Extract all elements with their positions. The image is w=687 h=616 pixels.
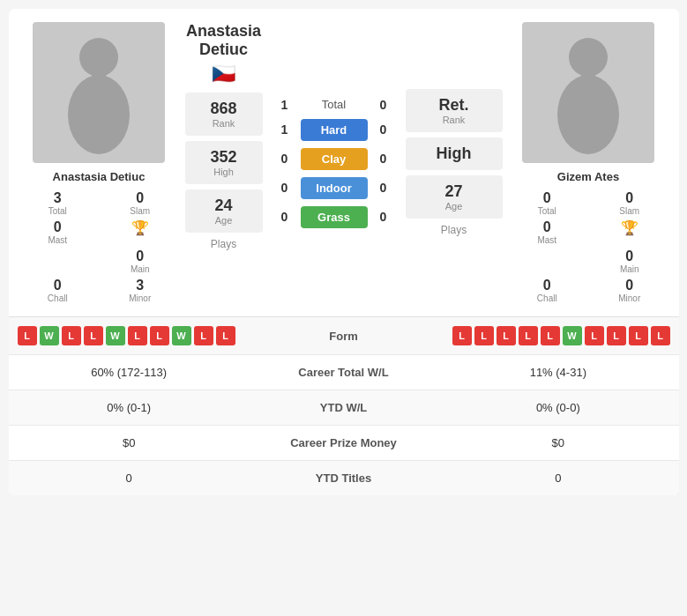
form-badge-l: L — [585, 326, 604, 345]
stats-row-3: 0 YTD Titles 0 — [9, 460, 679, 495]
stats-left-value: 0 — [22, 471, 236, 485]
rank-value: 868 — [198, 100, 250, 118]
right-rank-box: Ret. Rank — [406, 89, 503, 132]
form-badge-l: L — [194, 326, 213, 345]
right-trophy-icon-container: 🏆 — [594, 219, 666, 245]
form-badge-l: L — [128, 326, 147, 345]
form-badge-l: L — [519, 326, 538, 345]
right-center-section: Ret. Rank High 27 Age Plays — [401, 22, 507, 303]
left-mast-stat: 0 Mast — [22, 219, 94, 245]
svg-rect-5 — [581, 75, 595, 88]
form-badge-l: L — [497, 326, 516, 345]
total-right-score: 0 — [375, 98, 392, 112]
middle-section: Anastasia Detiuc 🇨🇿 868 Rank 352 High 24… — [181, 22, 267, 303]
stats-label: YTD W/L — [236, 401, 451, 414]
right-main-stat: 0 Main — [594, 249, 666, 274]
left-chall-stat: 0 Chall — [22, 278, 94, 303]
high-label: High — [198, 167, 250, 177]
main-container: Anastasia Detiuc 3 Total 0 Slam 0 Mast 🏆 — [9, 9, 679, 495]
plays-label-right: Plays — [441, 224, 467, 236]
right-age-label: Age — [419, 201, 489, 212]
stats-left-value: $0 — [22, 436, 236, 449]
age-label: Age — [198, 215, 250, 226]
left-trophy-icon-container: 🏆 — [104, 219, 176, 245]
right-trophy-icon: 🏆 — [621, 219, 638, 236]
stats-row-2: $0 Career Prize Money $0 — [9, 425, 679, 460]
player-left-avatar — [33, 22, 165, 163]
left-slam-stat: 0 Slam — [104, 190, 176, 216]
right-total-stat: 0 Total — [512, 190, 584, 216]
form-badge-l: L — [452, 326, 472, 345]
stats-right-value: 0 — [451, 471, 665, 485]
right-rank-label: Rank — [419, 115, 489, 125]
stats-label: YTD Titles — [236, 471, 451, 485]
form-badge-w: W — [106, 326, 125, 345]
total-left-score: 1 — [276, 98, 294, 112]
right-minor-stat: 0 Minor — [594, 278, 666, 303]
player-left: Anastasia Detiuc 3 Total 0 Slam 0 Mast 🏆 — [18, 22, 181, 303]
right-mast-stat: 0 Mast — [512, 219, 584, 245]
stats-label: Career Total W/L — [236, 366, 451, 379]
clay-right-score: 0 — [375, 152, 392, 166]
right-age-box: 27 Age — [406, 175, 503, 219]
form-badge-l: L — [629, 326, 648, 345]
grass-surface-btn: Grass — [301, 206, 368, 228]
stats-row-0: 60% (172-113) Career Total W/L 11% (4-31… — [9, 354, 679, 390]
form-badge-l: L — [607, 326, 626, 345]
stats-left-value: 60% (172-113) — [22, 366, 236, 379]
stats-rows: 60% (172-113) Career Total W/L 11% (4-31… — [9, 354, 679, 495]
clay-surface-btn: Clay — [301, 148, 368, 170]
hard-left-score: 1 — [276, 122, 294, 137]
right-form-badges: LLLLLWLLLL — [452, 326, 670, 345]
player-left-stats: 3 Total 0 Slam 0 Mast 🏆 0 Main — [18, 190, 181, 303]
hard-surface-btn: Hard — [301, 119, 368, 141]
right-age-value: 27 — [419, 182, 489, 201]
match-rows: 1 Total 0 1 Hard 0 0 Clay 0 0 Indoor 0 — [267, 22, 401, 303]
player-right-name: Gizem Ates — [557, 170, 619, 183]
rank-label: Rank — [198, 118, 250, 129]
stats-label: Career Prize Money — [236, 436, 451, 449]
form-badge-l: L — [216, 326, 235, 345]
form-badge-w: W — [172, 326, 191, 345]
player-section: Anastasia Detiuc 3 Total 0 Slam 0 Mast 🏆 — [9, 9, 679, 316]
form-badge-w: W — [40, 326, 59, 345]
rank-box: 868 Rank — [185, 93, 263, 136]
form-badge-l: L — [150, 326, 169, 345]
player-right-avatar — [522, 22, 654, 163]
form-badge-w: W — [563, 326, 582, 345]
stats-right-value: 11% (4-31) — [451, 366, 665, 379]
clay-left-score: 0 — [276, 152, 294, 166]
age-box: 24 Age — [185, 189, 263, 233]
total-row: 1 Total 0 — [276, 98, 392, 112]
grass-row: 0 Grass 0 — [276, 206, 392, 228]
form-badge-l: L — [18, 326, 37, 345]
right-rank-value: Ret. — [419, 96, 489, 115]
right-high-box: High — [406, 137, 503, 170]
age-value: 24 — [198, 197, 250, 215]
hard-right-score: 0 — [375, 122, 392, 137]
indoor-row: 0 Indoor 0 — [276, 177, 392, 199]
form-badge-l: L — [474, 326, 494, 345]
right-chall-stat: 0 Chall — [512, 278, 584, 303]
grass-left-score: 0 — [276, 210, 294, 224]
left-total-stat: 3 Total — [22, 190, 94, 216]
stats-right-value: $0 — [451, 436, 665, 449]
svg-rect-2 — [92, 75, 106, 88]
form-label: Form — [329, 330, 358, 343]
player-left-name-center: Anastasia Detiuc — [185, 22, 263, 59]
grass-right-score: 0 — [375, 210, 392, 224]
high-box: 352 High — [185, 141, 263, 184]
total-label: Total — [301, 98, 368, 111]
left-main-stat: 0 Main — [104, 249, 176, 274]
indoor-surface-btn: Indoor — [301, 177, 368, 199]
player-left-name: Anastasia Detiuc — [53, 170, 146, 183]
clay-row: 0 Clay 0 — [276, 148, 392, 170]
player-right-stats: 0 Total 0 Slam 0 Mast 🏆 0 Main — [507, 190, 670, 303]
svg-point-3 — [569, 38, 608, 77]
indoor-right-score: 0 — [375, 181, 392, 195]
left-minor-stat: 3 Minor — [104, 278, 176, 303]
form-section: LWLLWLLWLL Form LLLLLWLLLL — [9, 316, 679, 354]
right-high-value: High — [419, 145, 489, 163]
svg-point-0 — [79, 38, 118, 77]
left-form-badges: LWLLWLLWLL — [18, 326, 235, 345]
